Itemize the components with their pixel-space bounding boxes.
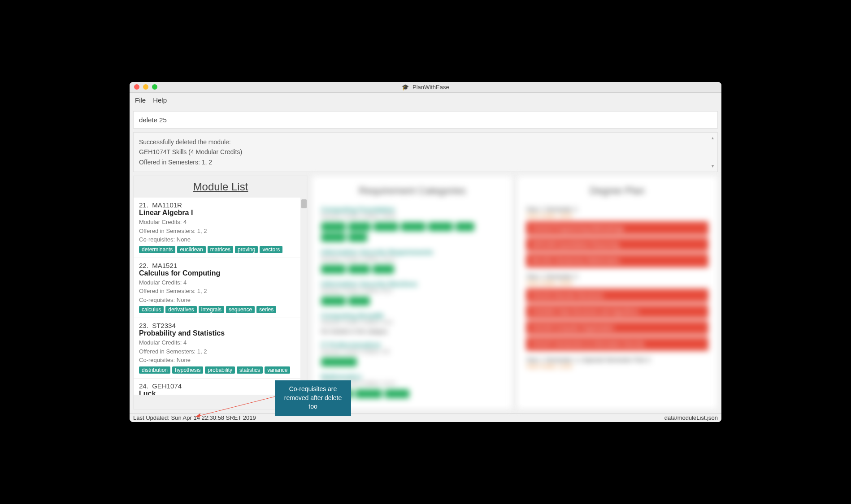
tag: determinants bbox=[139, 246, 175, 253]
module-coreq: Co-requisites: None bbox=[139, 235, 302, 244]
degree-plan-heading: Degree Plan bbox=[526, 185, 708, 197]
panels-row: Module List 21. MA1101R Linear Algebra I… bbox=[130, 176, 721, 413]
module-coreq: Co-requisites: None bbox=[139, 356, 302, 365]
graduation-cap-icon: 🎓 bbox=[402, 84, 409, 90]
module-item[interactable]: 22. MA1521 Calculus for Computing Modula… bbox=[134, 258, 308, 319]
module-offered: Offered in Semesters: 1, 2 bbox=[139, 227, 302, 236]
maximize-icon[interactable] bbox=[152, 84, 157, 90]
tag: euclidean bbox=[177, 246, 205, 253]
traffic-lights bbox=[130, 84, 157, 90]
tag: proving bbox=[235, 246, 258, 253]
status-file-path: data/moduleList.json bbox=[664, 414, 718, 421]
result-line: Successfully deleted the module: bbox=[139, 137, 712, 147]
scrollbar-thumb-bottom[interactable] bbox=[301, 384, 307, 393]
close-icon[interactable] bbox=[134, 84, 139, 90]
content-area: Successfully deleted the module: GEH1074… bbox=[130, 108, 721, 413]
minimize-icon[interactable] bbox=[143, 84, 148, 90]
module-offered: Offered in Semesters: 1, 2 bbox=[139, 287, 302, 296]
module-code: ST2334 bbox=[152, 322, 176, 329]
tag: variance bbox=[265, 366, 290, 374]
statusbar: Last Updated: Sun Apr 14 22:30:58 SRET 2… bbox=[130, 413, 721, 422]
module-name: Calculus for Computing bbox=[139, 269, 302, 277]
tag: vectors bbox=[260, 246, 282, 253]
module-tags: distribution hypothesis probability stat… bbox=[139, 366, 302, 374]
module-offered: Offered in Semesters: 1, 2 bbox=[139, 347, 302, 356]
tag: distribution bbox=[139, 366, 170, 374]
tag: matrices bbox=[208, 246, 233, 253]
module-credits: Modular Credits: 4 bbox=[139, 338, 302, 347]
module-list-heading: Module List bbox=[134, 176, 308, 198]
module-code: MA1101R bbox=[152, 201, 182, 209]
result-scrollbar[interactable]: ▴ ▾ bbox=[709, 134, 716, 170]
menu-help[interactable]: Help bbox=[153, 96, 167, 104]
result-line: GEH1074T Skills (4 Modular Credits) bbox=[139, 147, 712, 157]
tag: probability bbox=[205, 366, 235, 374]
tag: sequence bbox=[226, 306, 255, 313]
module-index: 21. bbox=[139, 201, 148, 209]
module-credits: Modular Credits: 4 bbox=[139, 218, 302, 227]
titlebar: 🎓 PlanWithEase bbox=[130, 82, 721, 93]
module-name: Luck bbox=[139, 390, 302, 395]
tag: hypothesis bbox=[172, 366, 203, 374]
result-box: Successfully deleted the module: GEH1074… bbox=[133, 132, 718, 172]
module-tags: determinants euclidean matrices proving … bbox=[139, 246, 302, 253]
window-title-text: PlanWithEase bbox=[412, 84, 449, 90]
module-code: MA1521 bbox=[152, 262, 177, 269]
app-window: 🎓 PlanWithEase File Help Successfully de… bbox=[130, 82, 721, 422]
module-index: 24. bbox=[139, 382, 148, 390]
tag: integrals bbox=[199, 306, 224, 313]
window-title: 🎓 PlanWithEase bbox=[130, 84, 721, 90]
status-last-updated: Last Updated: Sun Apr 14 22:30:58 SRET 2… bbox=[133, 414, 256, 421]
menu-file[interactable]: File bbox=[135, 96, 146, 104]
chevron-up-icon[interactable]: ▴ bbox=[712, 134, 714, 142]
menubar: File Help bbox=[130, 93, 721, 108]
requirement-categories-panel: Requirement Categories Computing Foundat… bbox=[312, 176, 513, 409]
module-item[interactable]: 24. GEH1074 Luck Modular Credits: 4 Offe… bbox=[134, 379, 308, 395]
module-tags: calculus derivatives integrals sequence … bbox=[139, 306, 302, 313]
command-input[interactable] bbox=[133, 111, 718, 129]
module-coreq: Co-requisites: None bbox=[139, 296, 302, 305]
chevron-down-icon[interactable]: ▾ bbox=[712, 163, 714, 170]
degree-plan-panel: Degree Plan Year 1 Semester 1 Total Cred… bbox=[517, 176, 718, 409]
module-credits: Modular Credits: 4 bbox=[139, 278, 302, 287]
tag: series bbox=[256, 306, 276, 313]
tag: statistics bbox=[237, 366, 263, 374]
module-list-panel: Module List 21. MA1101R Linear Algebra I… bbox=[133, 176, 308, 409]
result-line: Offered in Semesters: 1, 2 bbox=[139, 157, 712, 167]
module-code: GEH1074 bbox=[152, 382, 182, 390]
module-list[interactable]: 21. MA1101R Linear Algebra I Modular Cre… bbox=[134, 198, 308, 395]
module-name: Probability and Statistics bbox=[139, 329, 302, 337]
requirement-heading: Requirement Categories bbox=[321, 185, 504, 197]
module-item[interactable]: 23. ST2334 Probability and Statistics Mo… bbox=[134, 318, 308, 379]
module-index: 22. bbox=[139, 262, 148, 269]
scrollbar-thumb[interactable] bbox=[301, 199, 307, 208]
tag: derivatives bbox=[165, 306, 196, 313]
module-item[interactable]: 21. MA1101R Linear Algebra I Modular Cre… bbox=[134, 198, 308, 258]
module-name: Linear Algebra I bbox=[139, 209, 302, 217]
module-index: 23. bbox=[139, 322, 148, 329]
module-list-scrollbar[interactable] bbox=[300, 198, 308, 395]
tag: calculus bbox=[139, 306, 164, 313]
